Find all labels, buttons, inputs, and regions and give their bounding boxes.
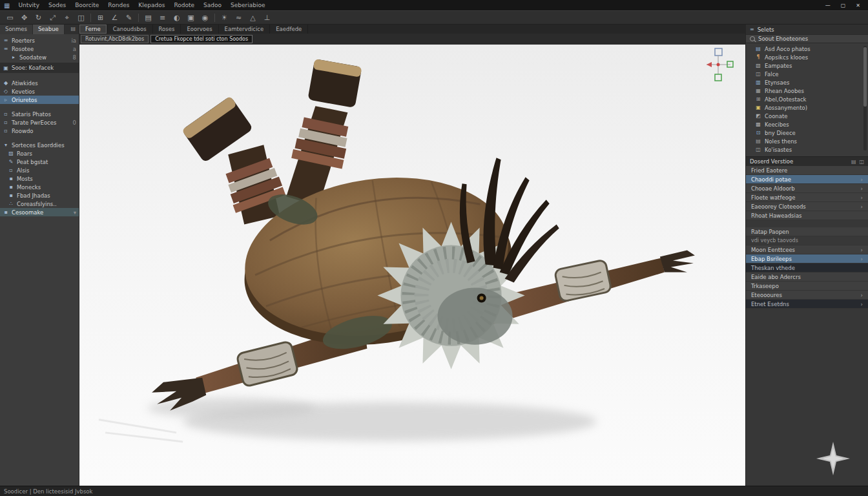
- sidebar-item[interactable]: ◆ Atiwkides: [0, 79, 79, 87]
- menu-item[interactable]: Klepados: [134, 2, 169, 8]
- menu-item[interactable]: Boorcite: [70, 2, 103, 8]
- property-row-selected[interactable]: Chaoddi potae›: [746, 175, 868, 184]
- list-item[interactable]: ¶Aopsikcs klooes: [746, 53, 868, 61]
- property-row[interactable]: Trkaseepo: [746, 282, 868, 291]
- graph-editor-icon[interactable]: △: [248, 14, 258, 22]
- sidebar-item[interactable]: ≡ Roerters ia: [0, 36, 79, 45]
- axis-constraint-icon[interactable]: ⊥: [262, 14, 272, 22]
- sidebar-item[interactable]: ▪ Fbad Jhadas: [0, 191, 79, 200]
- outliner-icon[interactable]: ≡: [158, 14, 167, 22]
- viewport-tab[interactable]: Eaedfede: [270, 25, 308, 34]
- sidebar-item[interactable]: ▫ Alsis: [0, 166, 79, 174]
- property-row[interactable]: Rhoat Haweadsias: [746, 211, 868, 220]
- list-item[interactable]: ▣Aossanymento): [746, 103, 868, 112]
- viewport-tab[interactable]: Eoorvoes: [181, 25, 218, 34]
- property-row[interactable]: Eaide abo Adercrs: [746, 273, 868, 282]
- list-item[interactable]: ⊞Abel,Ootestack: [746, 95, 868, 103]
- view-gizmo[interactable]: [704, 47, 734, 85]
- sidebar-item[interactable]: ▪ Mosts: [0, 174, 79, 183]
- sidebar-item[interactable]: ▫ Roowdo: [0, 127, 79, 135]
- sidebar-item[interactable]: ▨ Roars: [0, 149, 79, 158]
- sidebar-item[interactable]: ≡ Rosotee a: [0, 45, 79, 53]
- property-row[interactable]: Etnet Esetdns›: [746, 300, 868, 309]
- list-item[interactable]: ▤Asd Aoco phatos: [746, 45, 868, 53]
- list-item[interactable]: ▦Rhean Aoobes: [746, 87, 868, 95]
- menu-item[interactable]: Untvity: [14, 2, 44, 8]
- sidebar-item[interactable]: ▣ Sooe: Koafacek: [0, 63, 79, 73]
- menu-item[interactable]: Seberiabioe: [226, 2, 269, 8]
- sidebar-item-selected[interactable]: ▹ Oriuretos: [0, 96, 79, 104]
- pencil-tool-icon[interactable]: ✎: [124, 14, 134, 22]
- list-item[interactable]: ▧Eampates: [746, 61, 868, 70]
- menu-item[interactable]: Rodote: [169, 2, 199, 8]
- sidebar-item[interactable]: ▫ Tarate PwrEoces 0: [0, 118, 79, 127]
- property-row[interactable]: Ratap Paopen: [746, 227, 868, 236]
- tab-seabue[interactable]: Seabue: [33, 25, 65, 34]
- list-item[interactable]: ◫Ko'isastes: [746, 145, 868, 154]
- list-item[interactable]: ▤Noles thens: [746, 137, 868, 145]
- search-bar[interactable]: Soout Ehoeteones: [746, 34, 868, 43]
- pencil-icon: ✎: [8, 159, 14, 165]
- property-row[interactable]: Moon Eenttcees›: [746, 245, 868, 254]
- close-button[interactable]: ✕: [856, 3, 860, 8]
- material-editor-icon[interactable]: ◐: [172, 14, 181, 22]
- list-item-label: Falce: [765, 71, 779, 78]
- sidebar-item[interactable]: ▪ Monecks: [0, 183, 79, 191]
- viewport-tab[interactable]: Eamtervdicice: [219, 25, 271, 34]
- property-row[interactable]: Eteoooures›: [746, 291, 868, 300]
- property-row[interactable]: Floete watfeoge›: [746, 193, 868, 202]
- dock-icon[interactable]: ▤: [851, 159, 856, 165]
- select-rect-tool-icon[interactable]: ▭: [5, 14, 15, 22]
- pivot-tool-icon[interactable]: ⌖: [62, 14, 72, 22]
- panel-menu-icon[interactable]: ▤: [67, 25, 79, 34]
- layers-panel-icon[interactable]: ▤: [143, 14, 153, 22]
- app-icon[interactable]: ▦: [4, 2, 10, 9]
- maximize-button[interactable]: ▢: [841, 3, 846, 8]
- scrollbar-thumb[interactable]: [863, 47, 867, 107]
- rotate-tool-icon[interactable]: ↻: [34, 14, 43, 22]
- property-row[interactable]: vdi veycb taovods: [746, 236, 868, 245]
- sidebar-item-selected[interactable]: ▪ Cesoomake ▾: [0, 208, 79, 216]
- creature-model: [79, 45, 745, 486]
- curve-editor-icon[interactable]: ≈: [234, 14, 243, 22]
- sidebar-item[interactable]: ∴ Coreasfslyins..: [0, 200, 79, 208]
- list-item[interactable]: ▥Etynsaes: [746, 78, 868, 87]
- list-item[interactable]: ◫Falce: [746, 70, 868, 78]
- mirror-tool-icon[interactable]: ◫: [76, 14, 86, 22]
- snap-toggle-icon[interactable]: ⊞: [96, 14, 105, 22]
- list-item[interactable]: ▩Keecibes: [746, 120, 868, 129]
- viewport-path-field[interactable]: Rotuvint,AbcD8dk2bos: [81, 35, 149, 43]
- move-tool-icon[interactable]: ✥: [19, 14, 29, 22]
- viewport-tab[interactable]: Ferne: [79, 25, 107, 34]
- menu-item[interactable]: Rondes: [103, 2, 134, 8]
- list-item[interactable]: ⊡bny Dieece: [746, 129, 868, 137]
- menu-item[interactable]: Sadoo: [199, 2, 226, 8]
- list-item[interactable]: ◩Coonate: [746, 112, 868, 120]
- property-row[interactable]: Eaeoorey Cloteeods›: [746, 202, 868, 211]
- camera-icon[interactable]: ◉: [200, 14, 210, 22]
- minimize-button[interactable]: —: [825, 3, 831, 8]
- menu-item[interactable]: Sodes: [44, 2, 70, 8]
- property-row-selected[interactable]: Ebap Bsrileeps›: [746, 254, 868, 264]
- angle-snap-icon[interactable]: ∠: [110, 14, 119, 22]
- property-row[interactable]: Chooae Aldoorb›: [746, 184, 868, 193]
- sidebar-item[interactable]: ✎ Peat bgstat: [0, 158, 79, 166]
- property-row[interactable]: Theskan vthede: [746, 264, 868, 273]
- property-row[interactable]: Fried Eaotere: [746, 166, 868, 175]
- viewport-tab[interactable]: Canoudsbos: [107, 25, 153, 34]
- sidebar-item[interactable]: ▸ Soodatew 8: [0, 53, 79, 61]
- viewport-3d[interactable]: [79, 45, 745, 486]
- light-icon[interactable]: ☀: [220, 14, 229, 22]
- chevron-down-icon[interactable]: ▾: [74, 209, 76, 216]
- list-item-label: Noles thens: [765, 138, 797, 145]
- tab-sonmes[interactable]: Sonmes: [0, 25, 33, 34]
- viewport-tab[interactable]: Roses: [153, 25, 181, 34]
- sidebar-item[interactable]: ▫ Sataris Phatos: [0, 110, 79, 118]
- scale-tool-icon[interactable]: ⤢: [48, 14, 57, 22]
- sidebar-item[interactable]: ◇ Kevetios: [0, 87, 79, 96]
- list-scrollbar[interactable]: [863, 46, 867, 150]
- list-item-label: Rhean Aoobes: [765, 88, 804, 94]
- sidebar-section-header[interactable]: ▾ Sorteces Eaorddies: [0, 141, 79, 149]
- render-icon[interactable]: ▣: [186, 14, 196, 22]
- layout-icon[interactable]: ◫: [859, 159, 864, 165]
